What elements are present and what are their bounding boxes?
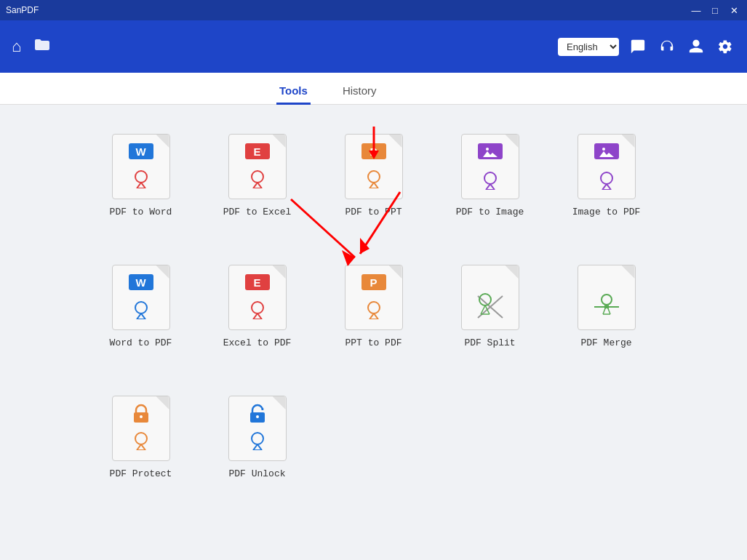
ppt-to-pdf-icon: P <box>345 265 403 330</box>
header-left: ⌂ <box>12 36 50 57</box>
svg-point-62 <box>252 433 263 444</box>
svg-point-4 <box>135 171 147 183</box>
tabs-bar: Tools History <box>0 73 747 105</box>
svg-point-50 <box>602 295 612 305</box>
svg-line-44 <box>485 305 490 314</box>
svg-line-58 <box>141 444 145 450</box>
svg-line-37 <box>369 313 374 319</box>
excel-to-pdf-icon: E <box>228 265 287 330</box>
pdf-to-image-label: PDF to Image <box>456 207 524 217</box>
svg-point-18 <box>486 148 489 151</box>
tool-pdf-unlock[interactable]: PDF Unlock <box>207 388 308 512</box>
svg-point-32 <box>252 302 263 313</box>
svg-line-26 <box>607 184 611 190</box>
pdf-merge-icon <box>578 265 636 330</box>
tool-excel-to-pdf[interactable]: E Excel to PDF <box>207 257 308 381</box>
tool-pdf-protect[interactable]: PDF Protect <box>90 388 192 512</box>
tab-tools[interactable]: Tools <box>276 79 311 105</box>
app-title: SanPDF <box>6 5 39 15</box>
svg-point-56 <box>135 433 147 444</box>
word-to-pdf-label: Word to PDF <box>110 337 172 348</box>
pdf-to-excel-icon: E <box>228 134 287 199</box>
tool-pdf-to-image[interactable]: PDF to Image <box>439 127 541 250</box>
main-content: W PDF to Word <box>0 105 747 560</box>
tool-image-to-pdf[interactable]: Image to PDF <box>556 127 658 250</box>
pdf-protect-icon <box>112 396 170 461</box>
svg-point-55 <box>140 415 143 418</box>
tool-ppt-to-pdf[interactable]: P PPT to PDF <box>323 257 425 381</box>
pdf-unlock-label: PDF Unlock <box>228 468 285 479</box>
image-to-pdf-icon <box>578 134 636 199</box>
svg-point-12 <box>368 171 380 183</box>
svg-line-64 <box>257 444 262 450</box>
svg-point-61 <box>256 415 259 418</box>
close-button[interactable]: ✕ <box>727 6 741 15</box>
svg-line-5 <box>137 183 141 188</box>
user-icon[interactable] <box>686 36 706 57</box>
pdf-split-icon <box>461 265 519 330</box>
ppt-to-pdf-label: PPT to PDF <box>345 337 402 348</box>
tool-pdf-to-excel[interactable]: E PDF to Excel <box>207 127 308 250</box>
image-to-pdf-label: Image to PDF <box>572 207 641 217</box>
title-bar: SanPDF — □ ✕ <box>0 0 747 20</box>
svg-line-63 <box>253 444 257 450</box>
settings-icon[interactable] <box>715 36 735 57</box>
folder-icon[interactable] <box>33 36 50 57</box>
svg-line-10 <box>257 183 262 188</box>
header: ⌂ English Chinese <box>0 20 747 73</box>
language-select[interactable]: English Chinese <box>558 38 619 56</box>
window-controls: — □ ✕ <box>689 6 741 15</box>
pdf-to-ppt-label: PDF to PPT <box>345 207 402 217</box>
svg-line-13 <box>369 183 374 188</box>
svg-line-25 <box>602 184 607 190</box>
pdf-unlock-icon <box>228 396 287 461</box>
svg-line-14 <box>374 183 378 188</box>
pdf-to-excel-label: PDF to Excel <box>223 207 292 217</box>
pdf-merge-label: PDF Merge <box>580 337 631 348</box>
headset-icon[interactable] <box>657 36 677 57</box>
tool-word-to-pdf[interactable]: W Word to PDF <box>90 257 192 381</box>
minimize-button[interactable]: — <box>689 6 703 15</box>
maximize-button[interactable]: □ <box>708 6 722 15</box>
svg-line-57 <box>137 444 141 450</box>
tool-pdf-split[interactable]: PDF Split <box>439 257 541 381</box>
svg-point-36 <box>368 302 380 313</box>
tool-grid: W PDF to Word <box>73 127 674 512</box>
svg-line-9 <box>253 183 257 188</box>
tab-history[interactable]: History <box>340 79 380 105</box>
pdf-to-ppt-icon: P <box>345 134 403 199</box>
pdf-to-word-icon: W <box>112 134 170 199</box>
pdf-split-label: PDF Split <box>464 337 515 348</box>
tool-pdf-merge[interactable]: PDF Merge <box>556 257 658 381</box>
pdf-to-word-label: PDF to Word <box>110 207 172 217</box>
svg-line-34 <box>257 313 262 319</box>
tool-pdf-to-ppt[interactable]: P PDF to P <box>323 127 425 250</box>
svg-line-29 <box>137 313 141 319</box>
tool-pdf-to-word[interactable]: W PDF to Word <box>90 127 192 250</box>
chat-icon[interactable] <box>628 36 648 57</box>
word-to-pdf-icon: W <box>112 265 170 330</box>
svg-line-38 <box>374 313 378 319</box>
svg-line-20 <box>486 184 490 190</box>
svg-line-33 <box>253 313 257 319</box>
svg-line-6 <box>141 183 145 188</box>
excel-to-pdf-label: Excel to PDF <box>223 337 292 348</box>
header-right: English Chinese <box>558 36 735 57</box>
svg-point-19 <box>484 172 496 184</box>
pdf-to-image-icon <box>461 134 519 199</box>
svg-point-8 <box>252 171 263 183</box>
svg-line-21 <box>490 184 495 190</box>
pdf-protect-label: PDF Protect <box>110 468 172 479</box>
home-icon[interactable]: ⌂ <box>12 37 21 56</box>
svg-point-23 <box>602 148 605 151</box>
svg-point-24 <box>601 172 612 184</box>
svg-line-30 <box>141 313 145 319</box>
svg-point-28 <box>135 302 147 313</box>
